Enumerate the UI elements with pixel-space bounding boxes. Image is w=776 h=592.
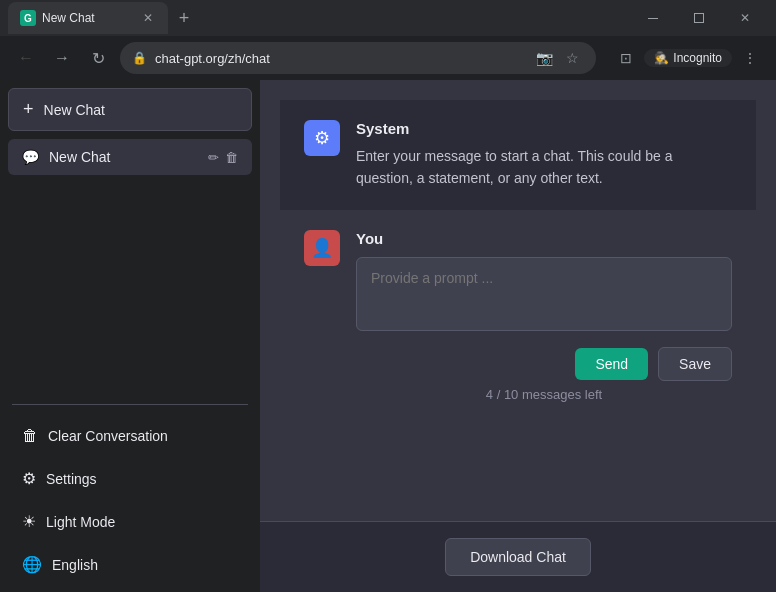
new-tab-button[interactable]: + bbox=[172, 6, 196, 30]
back-button[interactable]: ← bbox=[12, 44, 40, 72]
user-icon: 👤 bbox=[311, 237, 333, 259]
tab-favicon: G bbox=[20, 10, 36, 26]
chat-icon: 💬 bbox=[22, 149, 39, 165]
save-button[interactable]: Save bbox=[658, 347, 732, 381]
globe-icon: 🌐 bbox=[22, 555, 42, 574]
maximize-button[interactable] bbox=[676, 0, 722, 36]
minimize-button[interactable] bbox=[630, 0, 676, 36]
system-message: ⚙ System Enter your message to start a c… bbox=[280, 100, 756, 210]
chat-item-label: New Chat bbox=[49, 149, 198, 165]
sidebar-divider bbox=[12, 404, 248, 405]
user-message: 👤 You Send Save 4 / 10 messages left bbox=[280, 210, 756, 422]
clear-conversation-item[interactable]: 🗑 Clear Conversation bbox=[8, 417, 252, 455]
browser-chrome: G New Chat ✕ + ✕ ← → ↻ 🔒 chat-gpt.org/zh… bbox=[0, 0, 776, 80]
clear-icon: 🗑 bbox=[22, 427, 38, 445]
url-text: chat-gpt.org/zh/chat bbox=[155, 51, 524, 66]
user-avatar: 👤 bbox=[304, 230, 340, 266]
tab-title: New Chat bbox=[42, 11, 134, 25]
system-title: System bbox=[356, 120, 732, 137]
message-actions: Send Save bbox=[356, 347, 732, 381]
chat-list-item[interactable]: 💬 New Chat ✏ 🗑 bbox=[8, 139, 252, 175]
settings-label: Settings bbox=[46, 471, 97, 487]
chat-area: ⚙ System Enter your message to start a c… bbox=[260, 80, 776, 521]
system-avatar: ⚙ bbox=[304, 120, 340, 156]
settings-icon: ⚙ bbox=[22, 469, 36, 488]
language-label: English bbox=[52, 557, 98, 573]
light-mode-item[interactable]: ☀ Light Mode bbox=[8, 502, 252, 541]
tab-bar: G New Chat ✕ + ✕ bbox=[0, 0, 776, 36]
app-container: + New Chat 💬 New Chat ✏ 🗑 🗑 Clear Conver… bbox=[0, 80, 776, 592]
incognito-label: Incognito bbox=[673, 51, 722, 65]
url-bar[interactable]: 🔒 chat-gpt.org/zh/chat 📷 ☆ bbox=[120, 42, 596, 74]
new-chat-label: New Chat bbox=[44, 102, 105, 118]
incognito-icon: 🕵 bbox=[654, 51, 669, 65]
system-text: Enter your message to start a chat. This… bbox=[356, 145, 732, 190]
reload-button[interactable]: ↻ bbox=[84, 44, 112, 72]
sun-icon: ☀ bbox=[22, 512, 36, 531]
svg-rect-1 bbox=[695, 14, 704, 23]
prompt-input[interactable] bbox=[356, 257, 732, 331]
plus-icon: + bbox=[23, 99, 34, 120]
language-item[interactable]: 🌐 English bbox=[8, 545, 252, 584]
active-tab[interactable]: G New Chat ✕ bbox=[8, 2, 168, 34]
svg-rect-0 bbox=[648, 18, 658, 19]
delete-icon[interactable]: 🗑 bbox=[225, 150, 238, 165]
menu-button[interactable]: ⋮ bbox=[736, 44, 764, 72]
sidebar: + New Chat 💬 New Chat ✏ 🗑 🗑 Clear Conver… bbox=[0, 80, 260, 592]
extensions-button[interactable]: ⊡ bbox=[612, 44, 640, 72]
camera-icon[interactable]: 📷 bbox=[532, 46, 556, 70]
sidebar-footer: 🗑 Clear Conversation ⚙ Settings ☀ Light … bbox=[8, 417, 252, 584]
address-bar: ← → ↻ 🔒 chat-gpt.org/zh/chat 📷 ☆ ⊡ 🕵 Inc… bbox=[0, 36, 776, 80]
user-content: You Send Save 4 / 10 messages left bbox=[356, 230, 732, 402]
window-controls: ✕ bbox=[630, 0, 768, 36]
chat-item-actions: ✏ 🗑 bbox=[208, 150, 238, 165]
lock-icon: 🔒 bbox=[132, 51, 147, 65]
close-button[interactable]: ✕ bbox=[722, 0, 768, 36]
download-area: Download Chat bbox=[260, 521, 776, 592]
forward-button[interactable]: → bbox=[48, 44, 76, 72]
star-icon[interactable]: ☆ bbox=[560, 46, 584, 70]
tab-close-button[interactable]: ✕ bbox=[140, 10, 156, 26]
incognito-badge[interactable]: 🕵 Incognito bbox=[644, 49, 732, 67]
chat-list: 💬 New Chat ✏ 🗑 bbox=[8, 139, 252, 392]
url-actions: 📷 ☆ bbox=[532, 46, 584, 70]
edit-icon[interactable]: ✏ bbox=[208, 150, 219, 165]
user-title: You bbox=[356, 230, 732, 247]
system-content: System Enter your message to start a cha… bbox=[356, 120, 732, 190]
settings-item[interactable]: ⚙ Settings bbox=[8, 459, 252, 498]
main-content: ⚙ System Enter your message to start a c… bbox=[260, 80, 776, 592]
browser-actions: ⊡ 🕵 Incognito ⋮ bbox=[612, 44, 764, 72]
send-button[interactable]: Send bbox=[575, 348, 648, 380]
messages-left: 4 / 10 messages left bbox=[356, 387, 732, 402]
clear-conversation-label: Clear Conversation bbox=[48, 428, 168, 444]
download-chat-button[interactable]: Download Chat bbox=[445, 538, 591, 576]
light-mode-label: Light Mode bbox=[46, 514, 115, 530]
system-gear-icon: ⚙ bbox=[314, 127, 330, 149]
new-chat-button[interactable]: + New Chat bbox=[8, 88, 252, 131]
